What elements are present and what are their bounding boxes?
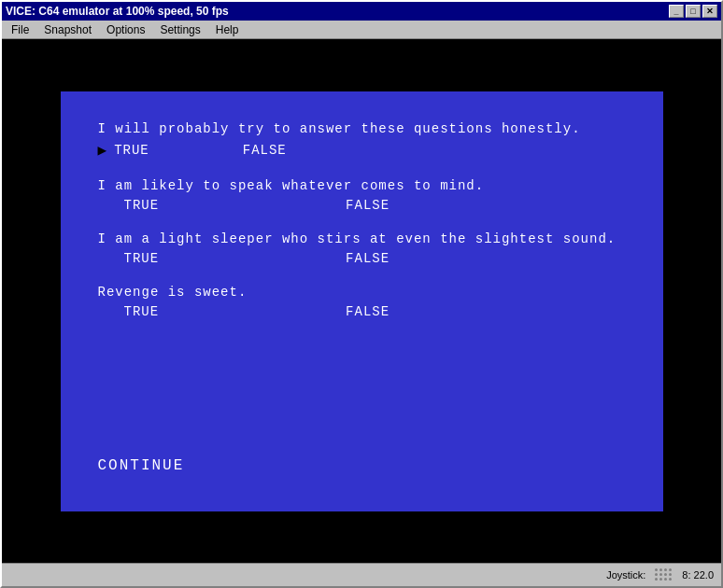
menu-settings[interactable]: Settings (152, 21, 207, 38)
close-button[interactable]: ✕ (702, 5, 717, 18)
window-title: VICE: C64 emulator at 100% speed, 50 fps (6, 5, 229, 18)
continue-button[interactable]: CONTINUE (98, 457, 185, 474)
question-4-answers: TRUE FALSE (98, 304, 626, 319)
question-3: I am a light sleeper who stirs at even t… (98, 230, 626, 266)
question-1-true[interactable]: TRUE (114, 143, 149, 158)
question-1-answers: ▶ TRUE FALSE (98, 141, 626, 160)
question-1-false[interactable]: FALSE (243, 143, 287, 158)
menu-help[interactable]: Help (208, 21, 247, 38)
question-3-text: I am a light sleeper who stirs at even t… (98, 230, 626, 249)
speed-indicator: 8: 22.0 (682, 569, 714, 581)
question-2-true[interactable]: TRUE (124, 198, 160, 213)
question-3-answers: TRUE FALSE (98, 251, 626, 266)
title-bar-text: VICE: C64 emulator at 100% speed, 50 fps (6, 5, 229, 18)
question-1: I will probably try to answer these ques… (98, 119, 626, 160)
question-4-text: Revenge is sweet. (98, 283, 626, 302)
menu-file[interactable]: File (4, 21, 36, 38)
cursor-arrow: ▶ (98, 141, 107, 160)
joystick-indicator (655, 568, 673, 581)
title-bar: VICE: C64 emulator at 100% speed, 50 fps… (2, 2, 721, 21)
question-4-false[interactable]: FALSE (346, 304, 390, 319)
joystick-label: Joystick: (606, 569, 645, 581)
content-area: I will probably try to answer these ques… (2, 39, 721, 563)
menu-snapshot[interactable]: Snapshot (36, 21, 99, 38)
title-bar-controls: _ □ ✕ (669, 5, 717, 18)
question-4: Revenge is sweet. TRUE FALSE (98, 283, 626, 319)
status-bar: Joystick: 8: 22.0 (2, 563, 721, 586)
question-1-text: I will probably try to answer these ques… (98, 119, 626, 139)
question-3-false[interactable]: FALSE (346, 251, 390, 266)
menu-options[interactable]: Options (99, 21, 152, 38)
maximize-button[interactable]: □ (686, 5, 701, 18)
c64-screen: I will probably try to answer these ques… (61, 91, 663, 511)
question-4-true[interactable]: TRUE (124, 304, 160, 319)
menu-bar: File Snapshot Options Settings Help (2, 21, 721, 39)
question-3-true[interactable]: TRUE (124, 251, 160, 266)
question-2: I am likely to speak whatever comes to m… (98, 176, 626, 213)
question-2-false[interactable]: FALSE (346, 198, 390, 213)
question-2-text: I am likely to speak whatever comes to m… (98, 176, 626, 196)
main-window: VICE: C64 emulator at 100% speed, 50 fps… (0, 0, 723, 588)
minimize-button[interactable]: _ (669, 5, 684, 18)
question-2-answers: TRUE FALSE (98, 198, 626, 213)
